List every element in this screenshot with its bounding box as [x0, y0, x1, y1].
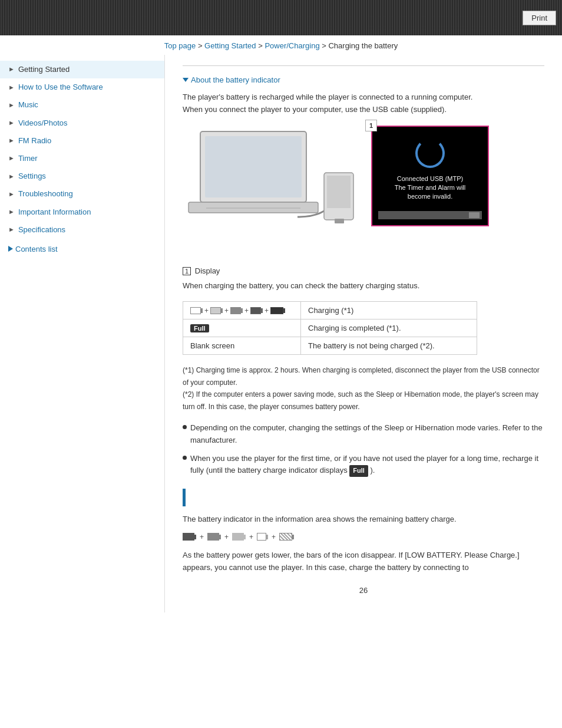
sidebar: ► Getting Started ► How to Use the Softw… — [0, 55, 165, 612]
section-link-label: About the battery indicator — [191, 75, 280, 84]
arrow-icon: ► — [8, 190, 15, 199]
bullet-item-1: Depending on the computer, changing the … — [183, 422, 544, 447]
table-cell-blank: Blank screen — [183, 337, 301, 355]
section-link[interactable]: About the battery indicator — [183, 75, 544, 84]
note-1: (*1) Charging time is approx. 2 hours. W… — [183, 364, 544, 388]
bat-lv-full — [183, 533, 196, 541]
sidebar-item-important-info[interactable]: ► Important Information — [0, 203, 164, 221]
contents-list-link[interactable]: Contents list — [0, 239, 164, 259]
table-cell-desc-1: Charging (*1) — [301, 302, 477, 319]
note-2: (*2) If the computer enters a power savi… — [183, 388, 544, 413]
bat-lv-striped — [279, 533, 294, 541]
device-screen-number: 1 — [365, 120, 377, 131]
triangle-down-icon — [183, 78, 189, 82]
sidebar-item-getting-started[interactable]: ► Getting Started — [0, 61, 164, 78]
table-cell-icon: + + + — [183, 302, 301, 319]
bat-arrow-icon: + — [224, 533, 229, 541]
display-desc: When charging the battery, you can check… — [183, 280, 544, 292]
sidebar-item-label: Music — [18, 100, 38, 110]
device-screen-text2: The Timer and Alarm will — [381, 183, 479, 192]
breadcrumb-power-charging[interactable]: Power/Charging — [265, 41, 319, 50]
device-screen-inner: Connected USB (MTP) The Timer and Alarm … — [378, 133, 482, 207]
bat-lv-3 — [207, 533, 221, 541]
device-screen-text3: become invalid. — [381, 192, 479, 201]
sidebar-item-specifications[interactable]: ► Specifications — [0, 221, 164, 239]
breadcrumb: Top page > Getting Started > Power/Charg… — [0, 35, 562, 55]
breadcrumb-getting-started[interactable]: Getting Started — [204, 41, 256, 50]
svg-rect-2 — [189, 202, 318, 213]
svg-rect-5 — [327, 176, 351, 208]
laptop-image — [183, 126, 371, 257]
charge-table: + + + — [183, 301, 477, 355]
blue-bar-section — [183, 489, 544, 506]
intro-text: The player's battery is recharged while … — [183, 91, 544, 116]
diagram-area: 1 Connected USB (MTP) The Timer and Alar… — [183, 126, 544, 257]
sidebar-item-fm-radio[interactable]: ► FM Radio — [0, 132, 164, 150]
table-cell-desc-3: The battery is not being charged (*2). — [301, 337, 477, 355]
device-bottom-icon — [469, 212, 480, 218]
arrow-icon: ► — [8, 136, 15, 145]
arrow-icon: ► — [8, 225, 15, 234]
bullet-dot — [183, 425, 187, 429]
sidebar-item-label: Getting Started — [18, 64, 70, 75]
full-badge: Full — [190, 324, 209, 332]
sidebar-item-label: Videos/Photos — [18, 118, 68, 129]
bat-arrow-icon: + — [200, 533, 204, 541]
lower-text: As the battery power gets lower, the bar… — [183, 549, 544, 574]
breadcrumb-top[interactable]: Top page — [164, 41, 196, 50]
sidebar-item-label: How to Use the Software — [18, 82, 103, 93]
battery-animation: + + + — [190, 307, 293, 315]
sidebar-item-label: Settings — [18, 171, 46, 182]
sidebar-item-music[interactable]: ► Music — [0, 96, 164, 114]
table-cell-desc-2: Charging is completed (*1). — [301, 319, 477, 337]
contents-list-label: Contents list — [15, 245, 58, 253]
contents-list-arrow-icon — [8, 246, 13, 252]
device-screen-text1: Connected USB (MTP) — [381, 174, 479, 183]
table-row: + + + — [183, 302, 477, 319]
svg-rect-1 — [205, 136, 302, 197]
svg-rect-6 — [335, 219, 344, 223]
device-bottom-bar — [378, 211, 482, 219]
sidebar-item-timer[interactable]: ► Timer — [0, 150, 164, 167]
bat-arrow-icon: + — [272, 533, 276, 541]
arrow-icon: ► — [8, 154, 15, 163]
sidebar-item-videos-photos[interactable]: ► Videos/Photos — [0, 114, 164, 132]
display-text: Display — [195, 266, 220, 275]
remaining-text: The battery indicator in the information… — [183, 513, 544, 526]
sidebar-item-label: Troubleshooting — [18, 189, 73, 199]
divider — [183, 65, 544, 66]
page-number: 26 — [183, 586, 544, 595]
arrow-icon: ► — [8, 101, 15, 110]
print-button[interactable]: Print — [523, 11, 556, 25]
sidebar-item-settings[interactable]: ► Settings — [0, 167, 164, 185]
sidebar-item-how-to-use[interactable]: ► How to Use the Software — [0, 78, 164, 96]
bullet-text-1: Depending on the computer, changing the … — [190, 422, 544, 447]
bat-lv-1 — [257, 533, 268, 541]
bullet-item-2: When you use the player for the first ti… — [183, 453, 544, 477]
bullet-dot — [183, 456, 187, 460]
arrow-icon: ► — [8, 172, 15, 181]
device-screen: 1 Connected USB (MTP) The Timer and Alar… — [371, 126, 489, 226]
sidebar-item-label: Specifications — [18, 225, 65, 235]
sidebar-item-label: Important Information — [18, 207, 91, 218]
arrow-icon: ► — [8, 207, 15, 216]
bullets: Depending on the computer, changing the … — [183, 422, 544, 477]
layout: ► Getting Started ► How to Use the Softw… — [0, 55, 562, 612]
table-row: Full Charging is completed (*1). — [183, 319, 477, 337]
arrow-icon: ► — [8, 118, 15, 127]
main-content: About the battery indicator The player's… — [165, 55, 562, 612]
header: Print — [0, 0, 562, 35]
full-badge-inline: Full — [349, 466, 368, 475]
sidebar-item-troubleshooting[interactable]: ► Troubleshooting — [0, 185, 164, 203]
charging-circle-icon — [415, 139, 445, 168]
bat-lv-2 — [232, 533, 246, 541]
notes: (*1) Charging time is approx. 2 hours. W… — [183, 364, 544, 413]
battery-levels: + + + + — [183, 533, 544, 541]
breadcrumb-current: Charging the battery — [328, 41, 398, 50]
display-label: 1 Display — [183, 266, 544, 275]
num-badge: 1 — [183, 267, 191, 275]
table-cell-full: Full — [183, 319, 301, 337]
table-row: Blank screen The battery is not being ch… — [183, 337, 477, 355]
arrow-icon: ► — [8, 65, 15, 74]
sidebar-item-label: FM Radio — [18, 136, 51, 146]
